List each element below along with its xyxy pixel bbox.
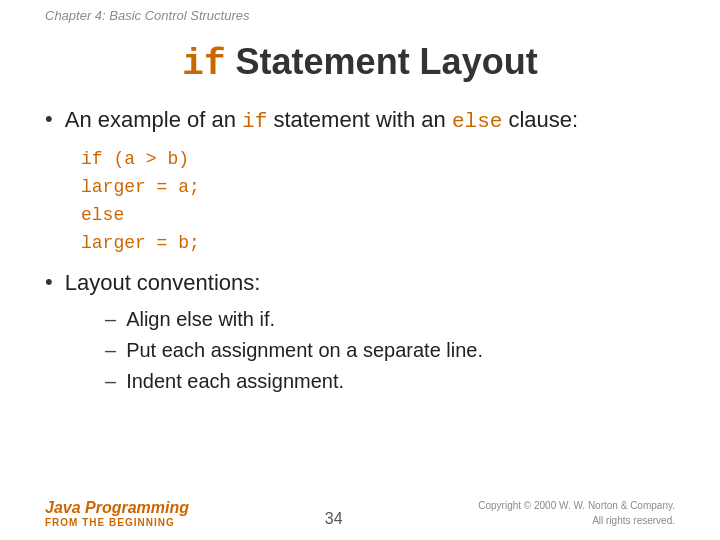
footer: Java Programming FROM THE BEGINNING 34 C…: [0, 498, 720, 528]
bullet-dot-2: •: [45, 269, 53, 295]
bullet1-suffix: clause:: [502, 107, 578, 132]
sub1-code1: else: [176, 308, 213, 330]
sub-dash-1: –: [105, 308, 116, 331]
bullet-item-1: • An example of an if statement with an …: [45, 105, 675, 136]
sub-text-1: Align else with if.: [126, 308, 275, 331]
footer-copyright: Copyright © 2000 W. W. Norton & Company.…: [478, 498, 675, 528]
bullet-text-2: Layout conventions:: [65, 268, 261, 298]
bullet1-code1: if: [242, 110, 267, 133]
title-code-word: if: [182, 44, 225, 85]
content-area: • An example of an if statement with an …: [0, 105, 720, 393]
code-line-2: larger = a;: [81, 174, 675, 202]
title-rest: Statement Layout: [226, 41, 538, 82]
sub1-prefix: Align: [126, 308, 176, 330]
bullet-dot-1: •: [45, 106, 53, 132]
sub-dash-3: –: [105, 370, 116, 393]
sub1-suffix: .: [270, 308, 276, 330]
sub1-middle: with: [213, 308, 260, 330]
slide: Chapter 4: Basic Control Structures if S…: [0, 0, 720, 540]
sub-bullet-1: – Align else with if.: [105, 308, 675, 331]
sub-bullets: – Align else with if. – Put each assignm…: [105, 308, 675, 393]
footer-left: Java Programming FROM THE BEGINNING: [45, 499, 189, 528]
sub-text-2: Put each assignment on a separate line.: [126, 339, 483, 362]
sub-bullet-2: – Put each assignment on a separate line…: [105, 339, 675, 362]
code-line-3: else: [81, 202, 675, 230]
bullet-text-1: An example of an if statement with an el…: [65, 105, 578, 136]
footer-subtitle: FROM THE BEGINNING: [45, 517, 189, 528]
code-line-4: larger = b;: [81, 230, 675, 258]
chapter-header: Chapter 4: Basic Control Structures: [0, 0, 720, 23]
code-block: if (a > b) larger = a; else larger = b;: [81, 146, 675, 258]
sub-bullet-3: – Indent each assignment.: [105, 370, 675, 393]
sub-dash-2: –: [105, 339, 116, 362]
code-line-1: if (a > b): [81, 146, 675, 174]
sub-text-3: Indent each assignment.: [126, 370, 344, 393]
footer-page-number: 34: [325, 510, 343, 528]
slide-title: if Statement Layout: [0, 23, 720, 105]
chapter-text: Chapter 4: Basic Control Structures: [45, 8, 249, 23]
bullet1-middle: statement with an: [267, 107, 452, 132]
sub1-code2: if: [260, 308, 270, 330]
bullet1-prefix: An example of an: [65, 107, 242, 132]
bullet-item-2: • Layout conventions:: [45, 268, 675, 298]
bullet1-code2: else: [452, 110, 502, 133]
footer-title: Java Programming: [45, 499, 189, 517]
